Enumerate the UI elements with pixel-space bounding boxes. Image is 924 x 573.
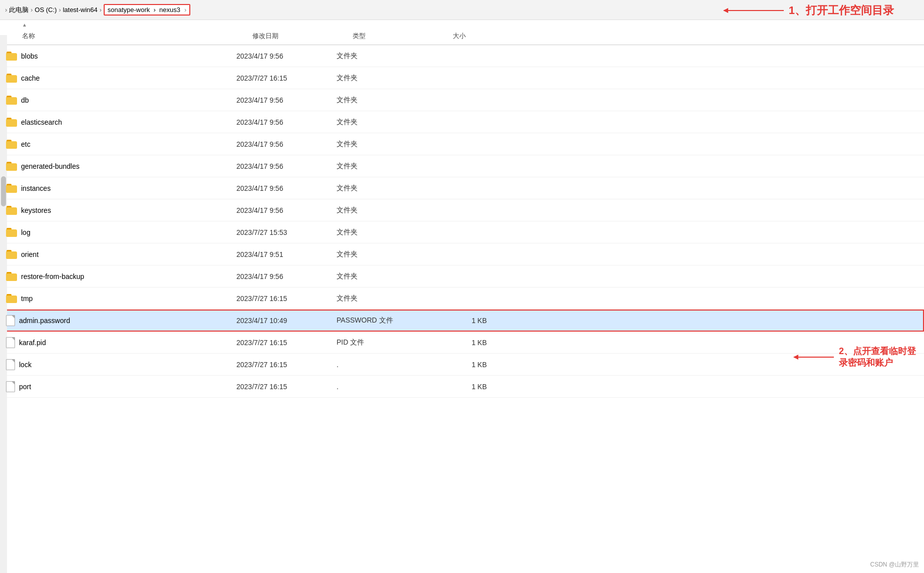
breadcrumb-item-os[interactable]: OS (C:) (35, 6, 57, 14)
file-date: 2023/4/17 9:56 (236, 272, 337, 280)
file-name: elasticsearch (21, 118, 62, 126)
breadcrumb-item-latestwin64[interactable]: latest-win64 (63, 6, 97, 14)
file-type: 文件夹 (337, 184, 437, 193)
table-row[interactable]: restore-from-backup2023/4/17 9:56文件夹 (0, 265, 924, 288)
file-name-cell: instances (6, 184, 236, 193)
file-date: 2023/4/17 9:56 (236, 96, 337, 104)
table-row[interactable]: cache2023/7/27 16:15文件夹 (0, 67, 924, 89)
file-name: keystores (21, 206, 51, 214)
file-name: db (21, 96, 29, 104)
table-row[interactable]: db2023/4/17 9:56文件夹 (0, 89, 924, 111)
annotation-2: 2、点开查看临时登录密码和账户 (794, 346, 919, 369)
file-type: PASSWORD 文件 (337, 316, 437, 325)
file-type: 文件夹 (337, 118, 437, 127)
table-row[interactable]: etc2023/4/17 9:56文件夹 (0, 133, 924, 155)
folder-icon (6, 52, 17, 61)
file-size: 1 KB (437, 383, 497, 391)
file-date: 2023/7/27 15:53 (236, 228, 337, 236)
col-date[interactable]: 修改日期 (252, 32, 353, 41)
file-name: orient (21, 250, 39, 258)
file-name-cell: log (6, 228, 236, 237)
folder-icon (6, 228, 17, 237)
table-row[interactable]: blobs2023/4/17 9:56文件夹 (0, 45, 924, 67)
breadcrumb-arrow: › (5, 6, 7, 14)
breadcrumb-item-pc[interactable]: 此电脑 (9, 6, 29, 15)
table-row[interactable]: admin.password2023/4/17 10:49PASSWORD 文件… (0, 310, 924, 332)
watermark: CSDN @山野万里 (870, 560, 919, 569)
annotation-1: 1、打开工作空间目录 (724, 3, 894, 18)
scrollbar[interactable] (0, 35, 7, 573)
annotation-arrow-1 (724, 10, 784, 11)
folder-icon (6, 140, 17, 149)
folder-icon (6, 250, 17, 259)
sort-up-icon: ▲ (22, 22, 27, 28)
table-row[interactable]: log2023/7/27 15:53文件夹 (0, 221, 924, 243)
table-row[interactable]: elasticsearch2023/4/17 9:56文件夹 (0, 111, 924, 133)
file-name: generated-bundles (21, 162, 80, 170)
file-icon (6, 337, 15, 348)
sort-indicator-row: ▲ (0, 20, 924, 28)
file-type: 文件夹 (337, 228, 437, 237)
table-row[interactable]: port2023/7/27 16:15.1 KB (0, 376, 924, 398)
table-row[interactable]: lock2023/7/27 16:15.1 KB (0, 354, 924, 376)
file-name-cell: cache (6, 74, 236, 83)
file-type: 文件夹 (337, 272, 437, 281)
file-type: PID 文件 (337, 338, 437, 347)
file-name-cell: karaf.pid (6, 337, 236, 348)
file-date: 2023/7/27 16:15 (236, 295, 337, 303)
file-type: 文件夹 (337, 52, 437, 61)
folder-icon (6, 74, 17, 83)
file-date: 2023/4/17 9:51 (236, 250, 337, 258)
scrollbar-thumb[interactable] (1, 176, 6, 206)
file-size: 1 KB (437, 339, 497, 347)
file-type: 文件夹 (337, 96, 437, 105)
table-row[interactable]: orient2023/4/17 9:51文件夹 (0, 243, 924, 265)
file-date: 2023/4/17 10:49 (236, 317, 337, 325)
file-type: 文件夹 (337, 250, 437, 259)
file-name-cell: keystores (6, 206, 236, 215)
breadcrumb-highlight[interactable]: sonatype-work › nexus3 › (104, 4, 191, 16)
file-type: . (337, 383, 437, 391)
folder-icon (6, 272, 17, 281)
folder-icon (6, 96, 17, 105)
file-name-cell: elasticsearch (6, 118, 236, 127)
file-date: 2023/4/17 9:56 (236, 162, 337, 170)
address-bar: › 此电脑 › OS (C:) › latest-win64 › sonatyp… (0, 0, 924, 20)
file-name: port (19, 383, 31, 391)
col-name[interactable]: 名称 (22, 32, 252, 41)
file-date: 2023/4/17 9:56 (236, 140, 337, 148)
file-date: 2023/4/17 9:56 (236, 206, 337, 214)
annotation-text-1: 1、打开工作空间目录 (789, 3, 894, 18)
folder-icon (6, 118, 17, 127)
file-name: karaf.pid (19, 339, 46, 347)
table-row[interactable]: tmp2023/7/27 16:15文件夹 (0, 288, 924, 310)
file-name-cell: db (6, 96, 236, 105)
file-type: 文件夹 (337, 140, 437, 149)
file-type: 文件夹 (337, 206, 437, 215)
col-type[interactable]: 类型 (353, 32, 453, 41)
file-type: 文件夹 (337, 162, 437, 171)
file-name: admin.password (19, 317, 70, 325)
file-name-cell: tmp (6, 294, 236, 303)
file-type: 文件夹 (337, 294, 437, 303)
file-date: 2023/7/27 16:15 (236, 74, 337, 82)
file-name: log (21, 228, 31, 236)
file-type: . (337, 361, 437, 369)
table-row[interactable]: karaf.pid2023/7/27 16:15PID 文件1 KB (0, 332, 924, 354)
file-size: 1 KB (437, 317, 497, 325)
annotation-arrow-2 (794, 357, 834, 358)
col-size[interactable]: 大小 (453, 32, 513, 41)
file-name-cell: generated-bundles (6, 162, 236, 171)
file-date: 2023/4/17 9:56 (236, 184, 337, 192)
table-row[interactable]: generated-bundles2023/4/17 9:56文件夹 (0, 155, 924, 177)
file-name: lock (19, 361, 32, 369)
column-headers: 名称 修改日期 类型 大小 (0, 28, 924, 45)
file-name-cell: etc (6, 140, 236, 149)
table-row[interactable]: instances2023/4/17 9:56文件夹 (0, 177, 924, 199)
file-date: 2023/4/17 9:56 (236, 118, 337, 126)
table-row[interactable]: keystores2023/4/17 9:56文件夹 (0, 199, 924, 221)
file-name: tmp (21, 295, 33, 303)
file-name-cell: port (6, 381, 236, 392)
file-icon (6, 315, 15, 326)
annotation-text-2: 2、点开查看临时登录密码和账户 (839, 346, 919, 369)
